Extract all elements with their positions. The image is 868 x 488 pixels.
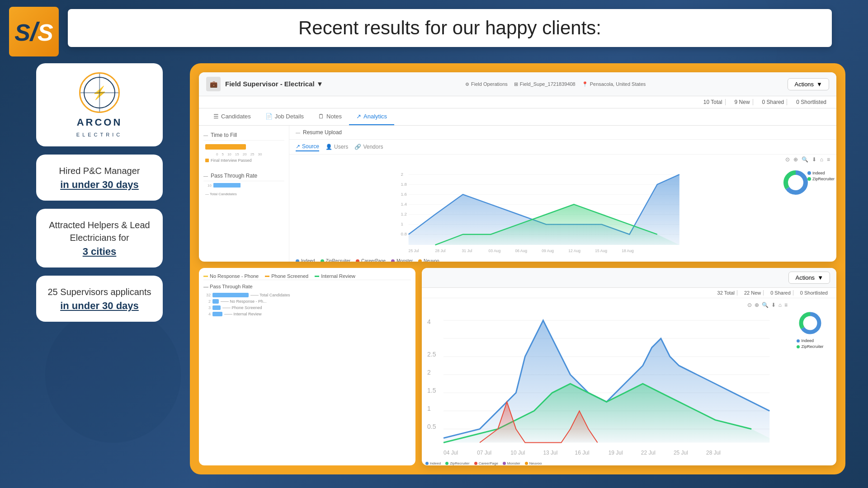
svg-text:16 Jul: 16 Jul [575, 450, 589, 456]
svg-point-25 [789, 176, 802, 189]
legend-neuvoo: Neuvoo [418, 258, 439, 262]
pass-legend-item-2: Phone Screened [265, 273, 308, 279]
home-icon[interactable]: ⌂ [820, 156, 823, 163]
svg-text:28 Jul: 28 Jul [706, 450, 721, 456]
collapse-icon[interactable]: — [203, 133, 208, 138]
svg-text:2: 2 [401, 172, 403, 177]
donut-chart [782, 169, 809, 198]
source-tab-users[interactable]: 👤 Users [326, 143, 348, 151]
info-card-3: 25 Supervisors applicants in under 30 da… [36, 276, 163, 322]
tab-candidates[interactable]: ☰ Candidates [206, 108, 258, 125]
zoom-out-icon[interactable]: 🔍 [802, 156, 808, 163]
chart-legend-bottom: Indeed ZipRecruiter CareerPage Mons [289, 257, 836, 262]
second-donut-legend: Indeed ZipRecruiter [797, 338, 823, 349]
main-chart-area: 2 1.8 1.6 1.4 1.2 1 0.8 [289, 164, 836, 257]
svg-text:07 Jul: 07 Jul [477, 450, 491, 456]
svg-text:25 Jul: 25 Jul [409, 249, 419, 253]
svg-text:06 Aug: 06 Aug [515, 249, 527, 253]
location-icon: 📍 [582, 81, 588, 87]
legend-ziprecruiter: ZipRecruiter [321, 258, 350, 262]
donut-svg [782, 169, 809, 196]
info-card-2: Attracted Helpers & Lead Electricians fo… [36, 209, 163, 267]
tab-analytics[interactable]: ↗ Analytics [349, 108, 394, 125]
svg-text:04 Jul: 04 Jul [443, 450, 458, 456]
source-tab-source[interactable]: ↗ Source [296, 142, 319, 151]
svg-text:1.2: 1.2 [401, 211, 407, 216]
pass-legend-item-3: Internal Review [315, 273, 355, 279]
pass-bar-3: 3 —— Phone Screened [203, 305, 411, 310]
source-tabs: ↗ Source 👤 Users 🔗 Vendors [289, 140, 836, 155]
svg-text:1: 1 [401, 221, 403, 226]
legend-dot [205, 159, 209, 162]
ats-window-main: 💼 Field Supervisor - Electrical ▼ ⚙ Fiel… [199, 72, 836, 262]
svg-text:12 Aug: 12 Aug [568, 249, 580, 253]
legend-monster: Monster [391, 258, 413, 262]
source-tab-icon: ↗ [296, 143, 300, 150]
resume-upload-header: — Resume Upload [289, 126, 836, 140]
zoom-reset-icon[interactable]: ⊙ [785, 156, 790, 163]
bottom-left-panel: No Response - Phone Phone Screened Inter… [199, 268, 415, 465]
svg-text:31 Jul: 31 Jul [462, 249, 472, 253]
info-card-1-highlight: in under 30 days [45, 179, 154, 191]
bottom-panels: No Response - Phone Phone Screened Inter… [199, 268, 836, 465]
pass-through-chart: 10 — Total Candidates [203, 181, 284, 199]
job-title: Field Supervisor - Electrical [225, 80, 315, 88]
ats-window-second: Actions ▼ 32 Total 22 New 0 Shared 0 Sho… [422, 268, 836, 465]
second-legend-monster: Monster [503, 461, 520, 465]
tab-notes[interactable]: 🗒 Notes [311, 108, 349, 125]
zoom-in-icon[interactable]: ⊕ [793, 156, 798, 163]
pass-bar-item: 10 [205, 183, 283, 188]
second-shared: 0 Shared [768, 290, 793, 296]
second-download-icon[interactable]: ⬇ [771, 302, 776, 308]
logo-area: S/S [0, 0, 68, 63]
donut-legend: Indeed ZipRecruiter [807, 171, 835, 181]
pass-through-rate-2-header: — Pass Through Rate [203, 280, 411, 293]
field-operations: ⚙ Field Operations [465, 81, 508, 87]
actions-button-second[interactable]: Actions ▼ [788, 272, 830, 284]
svg-text:19 Jul: 19 Jul [608, 450, 623, 456]
time-fill-legend: Final Interview Passed [205, 158, 283, 163]
job-id: ⊞ Field_Supe_1721839408 [514, 81, 576, 87]
second-zoom-icon[interactable]: ⊙ [747, 302, 752, 308]
source-tab-vendors[interactable]: 🔗 Vendors [354, 143, 383, 151]
second-legend-indeed: Indeed [425, 461, 441, 465]
second-legend-zip: ZipRecruiter [445, 461, 470, 465]
svg-text:1.8: 1.8 [401, 182, 407, 187]
title-dropdown-arrow[interactable]: ▼ [316, 80, 323, 88]
pass-through-bar-chart-2: 32 —— Total Candidates 2 —— No Response … [203, 293, 411, 316]
pass-bar-32: 32 —— Total Candidates [203, 293, 411, 297]
actions-dropdown-icon: ▼ [816, 81, 822, 88]
collapse-icon-3[interactable]: — [296, 130, 300, 135]
legend-careerpage: CareerPage [356, 258, 386, 262]
second-menu-icon[interactable]: ≡ [784, 302, 788, 308]
svg-text:4: 4 [427, 319, 431, 326]
second-home-icon[interactable]: ⌂ [778, 302, 782, 308]
menu-icon[interactable]: ≡ [827, 156, 830, 163]
info-card-2-highlight: 3 cities [45, 246, 154, 258]
second-ats-stats: 32 Total 22 New 0 Shared 0 Shortlisted [422, 288, 836, 298]
candidates-icon: ☰ [213, 113, 219, 120]
svg-point-50 [804, 317, 816, 329]
letter-s: S [14, 19, 30, 46]
ats-title-group: Field Supervisor - Electrical ▼ [225, 80, 323, 88]
tab-job-details[interactable]: 📄 Job Details [258, 108, 311, 125]
svg-text:0.8: 0.8 [401, 231, 407, 236]
collapse-icon-2[interactable]: — [203, 174, 208, 178]
jobdetails-icon: 📄 [265, 113, 273, 120]
ats-tabs: ☰ Candidates 📄 Job Details 🗒 Notes ↗ Ana… [199, 108, 836, 126]
total-candidates-label: — Total Candidates [205, 192, 237, 196]
second-search-icon[interactable]: 🔍 [762, 302, 769, 308]
vendors-tab-icon: 🔗 [354, 144, 361, 150]
total-stat: 10 Total [701, 99, 726, 105]
second-shortlisted: 0 Shortlisted [798, 290, 830, 296]
shared-stat: 0 Shared [760, 99, 788, 105]
download-icon[interactable]: ⬇ [812, 156, 816, 163]
time-to-fill-chart: 0 5 10 15 20 25 30 Final Interview Passe… [203, 141, 284, 166]
second-donut-svg [798, 311, 823, 336]
arcon-logo-circle: ⚡ [79, 72, 120, 113]
analytics-icon: ↗ [356, 113, 361, 120]
second-chart-area: ⊙ ⊕ 🔍 ⬇ ⌂ ≡ [425, 302, 788, 465]
second-zoom-in-icon[interactable]: ⊕ [755, 302, 759, 308]
actions-button-main[interactable]: Actions ▼ [788, 78, 829, 90]
arcon-card: ⚡ ARCON ELECTRIC [36, 63, 163, 146]
